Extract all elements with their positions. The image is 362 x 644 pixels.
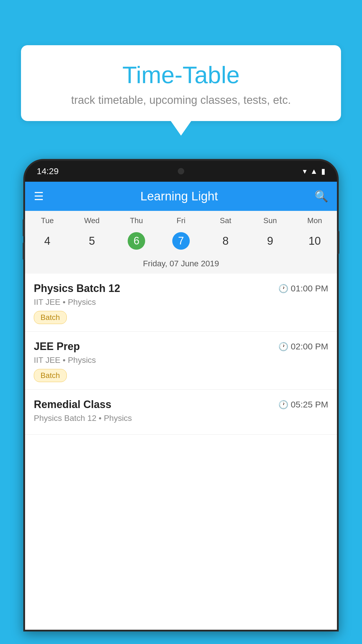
day-header-tue: Tue xyxy=(25,216,70,225)
day-header-sat: Sat xyxy=(203,216,248,225)
day-5[interactable]: 5 xyxy=(70,232,114,250)
wifi-icon: ▾ xyxy=(303,167,307,176)
search-icon[interactable]: 🔍 xyxy=(314,190,328,203)
day-header-thu: Thu xyxy=(114,216,159,225)
clock-icon-2: 🕐 xyxy=(278,342,289,351)
day-10[interactable]: 10 xyxy=(292,232,337,250)
schedule-time-3: 🕐 05:25 PM xyxy=(278,400,328,410)
volume-up-button xyxy=(23,219,25,237)
day-header-sun: Sun xyxy=(248,216,292,225)
signal-icon: ▲ xyxy=(310,167,318,176)
schedule-time-2: 🕐 02:00 PM xyxy=(278,342,328,351)
phone-container: 14:29 ▾ ▲ ▮ ☰ Learning Light 🔍 Tue xyxy=(23,159,339,644)
selected-date-label: Friday, 07 June 2019 xyxy=(25,257,337,274)
status-icons: ▾ ▲ ▮ xyxy=(303,167,325,176)
day-6-today[interactable]: 6 xyxy=(128,232,145,250)
phone-camera xyxy=(178,168,184,174)
batch-badge-1: Batch xyxy=(34,311,67,324)
page-title: Time-Table xyxy=(38,61,324,89)
schedule-subtitle-1: IIT JEE • Physics xyxy=(34,298,328,307)
day-4[interactable]: 4 xyxy=(25,232,70,250)
schedule-item-2-header: JEE Prep 🕐 02:00 PM xyxy=(34,340,328,353)
speech-bubble-container: Time-Table track timetable, upcoming cla… xyxy=(21,45,341,136)
speech-bubble: Time-Table track timetable, upcoming cla… xyxy=(21,45,341,121)
schedule-item-1-header: Physics Batch 12 🕐 01:00 PM xyxy=(34,282,328,295)
day-7[interactable]: 7 xyxy=(159,230,203,252)
schedule-item-3-header: Remedial Class 🕐 05:25 PM xyxy=(34,398,328,411)
phone-notch xyxy=(169,161,193,169)
app-header: ☰ Learning Light 🔍 xyxy=(25,182,337,211)
schedule-list: Physics Batch 12 🕐 01:00 PM IIT JEE • Ph… xyxy=(25,274,337,435)
schedule-time-value-3: 05:25 PM xyxy=(291,400,328,410)
batch-badge-2: Batch xyxy=(34,369,67,382)
status-bar: 14:29 ▾ ▲ ▮ xyxy=(25,161,337,182)
day-header-wed: Wed xyxy=(70,216,114,225)
day-numbers: 4 5 6 7 8 9 10 xyxy=(25,228,337,257)
phone-device: 14:29 ▾ ▲ ▮ ☰ Learning Light 🔍 Tue xyxy=(23,159,339,631)
day-6[interactable]: 6 xyxy=(114,230,159,252)
day-headers: Tue Wed Thu Fri Sat Sun Mon xyxy=(25,211,337,228)
day-9[interactable]: 9 xyxy=(248,232,292,250)
schedule-time-value-2: 02:00 PM xyxy=(291,342,328,351)
schedule-title-3: Remedial Class xyxy=(34,398,111,411)
power-button xyxy=(337,231,339,254)
schedule-title-2: JEE Prep xyxy=(34,340,80,353)
app-title: Learning Light xyxy=(140,189,218,203)
day-7-selected[interactable]: 7 xyxy=(172,232,190,250)
schedule-subtitle-3: Physics Batch 12 • Physics xyxy=(34,414,328,423)
volume-down-button xyxy=(23,242,25,260)
day-header-mon: Mon xyxy=(292,216,337,225)
schedule-item-2[interactable]: JEE Prep 🕐 02:00 PM IIT JEE • Physics Ba… xyxy=(25,332,337,390)
schedule-item-1[interactable]: Physics Batch 12 🕐 01:00 PM IIT JEE • Ph… xyxy=(25,274,337,332)
day-header-fri: Fri xyxy=(159,216,203,225)
schedule-time-1: 🕐 01:00 PM xyxy=(278,284,328,293)
status-time: 14:29 xyxy=(37,166,59,176)
clock-icon-3: 🕐 xyxy=(278,400,289,410)
speech-bubble-tail xyxy=(171,121,191,136)
calendar-section: Tue Wed Thu Fri Sat Sun Mon 4 5 6 7 xyxy=(25,211,337,274)
schedule-title-1: Physics Batch 12 xyxy=(34,282,120,295)
hamburger-icon[interactable]: ☰ xyxy=(34,190,44,203)
app-content: ☰ Learning Light 🔍 Tue Wed Thu Fri Sat S… xyxy=(25,182,337,630)
clock-icon-1: 🕐 xyxy=(278,284,289,293)
day-8[interactable]: 8 xyxy=(203,232,248,250)
schedule-time-value-1: 01:00 PM xyxy=(291,284,328,293)
schedule-item-3[interactable]: Remedial Class 🕐 05:25 PM Physics Batch … xyxy=(25,390,337,435)
page-subtitle: track timetable, upcoming classes, tests… xyxy=(38,94,324,106)
battery-icon: ▮ xyxy=(321,167,325,176)
schedule-subtitle-2: IIT JEE • Physics xyxy=(34,356,328,365)
